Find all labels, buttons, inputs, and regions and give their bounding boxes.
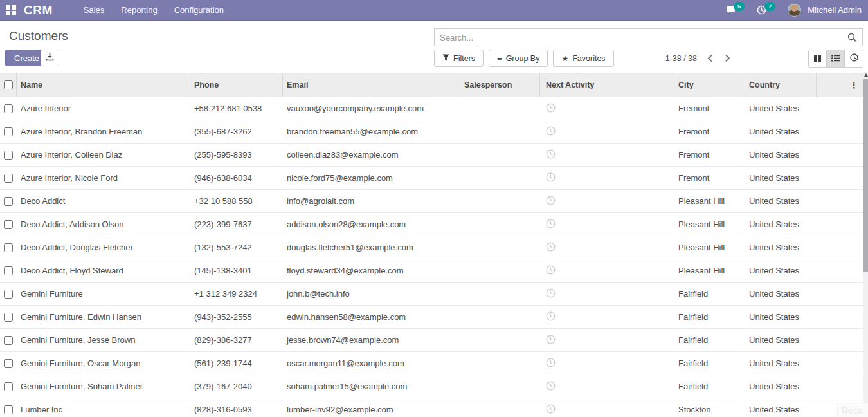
table-row[interactable]: Gemini Furniture, Soham Palmer(379)-167-… <box>0 375 863 398</box>
messages-button[interactable]: 5 <box>726 3 743 17</box>
optional-columns-icon[interactable]: ⋮ <box>849 80 858 89</box>
next-activity-clock-icon <box>546 358 556 369</box>
table-row[interactable]: Gemini Furniture, Edwin Hansen(943)-352-… <box>0 306 863 329</box>
export-button[interactable] <box>41 50 59 66</box>
table-row[interactable]: Deco Addict, Addison Olson(223)-399-7637… <box>0 213 863 236</box>
nav-menu-sales[interactable]: Sales <box>84 5 105 15</box>
search-input[interactable] <box>435 33 847 42</box>
row-checkbox[interactable] <box>0 174 17 183</box>
list-view-button[interactable] <box>827 50 845 67</box>
cell-next-activity[interactable] <box>540 196 674 207</box>
next-activity-clock-icon <box>546 242 556 254</box>
nav-menu-reporting[interactable]: Reporting <box>121 5 157 15</box>
cell-country: United States <box>745 104 817 113</box>
cell-next-activity[interactable] <box>540 381 674 393</box>
row-checkbox[interactable] <box>0 127 17 136</box>
column-header-country[interactable]: Country <box>745 73 817 97</box>
cell-phone: +32 10 588 558 <box>190 196 283 206</box>
cell-email: nicole.ford75@example.com <box>283 173 460 183</box>
table-row[interactable]: Deco Addict, Douglas Fletcher(132)-553-7… <box>0 236 863 259</box>
cell-next-activity[interactable] <box>540 172 674 184</box>
table-row[interactable]: Azure Interior, Nicole Ford(946)-638-603… <box>0 167 863 190</box>
table-row[interactable]: Deco Addict+32 10 588 558info@agrolait.c… <box>0 190 863 213</box>
cell-city: Fremont <box>674 127 745 136</box>
cell-phone: (829)-386-3277 <box>190 335 283 345</box>
column-header-phone[interactable]: Phone <box>190 73 283 97</box>
activity-view-button[interactable] <box>845 50 863 67</box>
table-row[interactable]: Deco Addict, Floyd Steward(145)-138-3401… <box>0 259 863 283</box>
column-header-name[interactable]: Name <box>17 73 190 97</box>
cell-next-activity[interactable] <box>540 126 674 138</box>
table-row[interactable]: Azure Interior, Brandon Freeman(355)-687… <box>0 120 863 144</box>
row-checkbox[interactable] <box>0 405 17 414</box>
avatar[interactable] <box>788 3 801 17</box>
cell-email: oscar.morgan11@example.com <box>283 358 460 368</box>
cell-next-activity[interactable] <box>540 149 674 161</box>
vertical-scrollbar[interactable] <box>863 72 868 417</box>
user-menu[interactable]: Mitchell Admin <box>808 5 862 15</box>
cell-next-activity[interactable] <box>540 311 674 323</box>
pager-previous-icon[interactable] <box>706 53 714 64</box>
column-header-extra: ⋮ <box>817 73 863 97</box>
table-row[interactable]: Gemini Furniture, Jesse Brown(829)-386-3… <box>0 329 863 352</box>
cell-country: United States <box>745 358 817 368</box>
table-row[interactable]: Azure Interior, Colleen Diaz(255)-595-83… <box>0 144 863 167</box>
group-by-button[interactable]: ≡ Group By <box>489 50 548 67</box>
cell-phone: (145)-138-3401 <box>190 266 283 275</box>
column-header-salesperson[interactable]: Salesperson <box>460 73 540 97</box>
pager-next-icon[interactable] <box>723 53 732 64</box>
filters-button[interactable]: Filters <box>434 50 484 67</box>
cell-phone: (561)-239-1744 <box>190 358 283 368</box>
cell-name: Gemini Furniture, Oscar Morgan <box>17 358 190 368</box>
row-checkbox[interactable] <box>0 382 17 391</box>
row-checkbox[interactable] <box>0 290 17 299</box>
cell-phone: (132)-553-7242 <box>190 243 283 252</box>
row-checkbox[interactable] <box>0 220 17 229</box>
row-checkbox[interactable] <box>0 197 17 206</box>
cell-next-activity[interactable] <box>540 404 674 416</box>
column-header-email[interactable]: Email <box>283 73 460 97</box>
cell-next-activity[interactable] <box>540 265 674 277</box>
scroll-up-icon[interactable] <box>863 72 868 78</box>
cell-next-activity[interactable] <box>540 335 674 346</box>
table-row[interactable]: Lumber Inc(828)-316-0593lumber-inv92@exa… <box>0 398 863 417</box>
cell-next-activity[interactable] <box>540 242 674 254</box>
row-checkbox[interactable] <box>0 266 17 275</box>
search-icon[interactable] <box>847 33 857 42</box>
cell-next-activity[interactable] <box>540 358 674 369</box>
row-checkbox[interactable] <box>0 151 17 160</box>
crm-customers-screen: CRM Sales Reporting Configuration 5 7 Mi… <box>0 0 868 417</box>
row-checkbox[interactable] <box>0 336 17 345</box>
table-row[interactable]: Gemini Furniture, Oscar Morgan(561)-239-… <box>0 352 863 375</box>
kanban-view-button[interactable] <box>809 50 827 67</box>
cell-country: United States <box>745 243 817 252</box>
star-icon: ★ <box>561 54 568 63</box>
next-activity-clock-icon <box>546 311 556 323</box>
app-brand[interactable]: CRM <box>24 3 53 17</box>
cell-name: Deco Addict <box>17 196 190 206</box>
cell-next-activity[interactable] <box>540 103 674 115</box>
table-row[interactable]: Gemini Furniture+1 312 349 2324john.b@te… <box>0 283 863 306</box>
scrollbar-thumb[interactable] <box>863 79 868 272</box>
cell-next-activity[interactable] <box>540 288 674 300</box>
next-activity-clock-icon <box>546 288 556 300</box>
cell-email: john.b@tech.info <box>283 289 460 299</box>
row-checkbox[interactable] <box>0 243 17 252</box>
nav-menu-configuration[interactable]: Configuration <box>174 5 224 15</box>
next-activity-clock-icon <box>546 196 556 207</box>
select-all-checkbox[interactable] <box>0 73 17 97</box>
row-checkbox[interactable] <box>0 313 17 322</box>
activities-button[interactable]: 7 <box>757 3 773 17</box>
cell-country: United States <box>745 150 817 160</box>
row-checkbox[interactable] <box>0 359 17 368</box>
table-row[interactable]: Azure Interior+58 212 681 0538vauxoo@you… <box>0 97 863 120</box>
cell-next-activity[interactable] <box>540 219 674 230</box>
column-header-next-activity[interactable]: Next Activity <box>540 73 674 97</box>
cell-country: United States <box>745 312 817 322</box>
row-checkbox[interactable] <box>0 104 17 113</box>
column-header-city[interactable]: City <box>674 73 745 97</box>
group-by-label: Group By <box>506 54 540 63</box>
favorites-button[interactable]: ★ Favorites <box>553 50 613 67</box>
customers-list: Name Phone Email Salesperson Next Activi… <box>0 73 863 417</box>
apps-menu-icon[interactable] <box>6 5 16 15</box>
